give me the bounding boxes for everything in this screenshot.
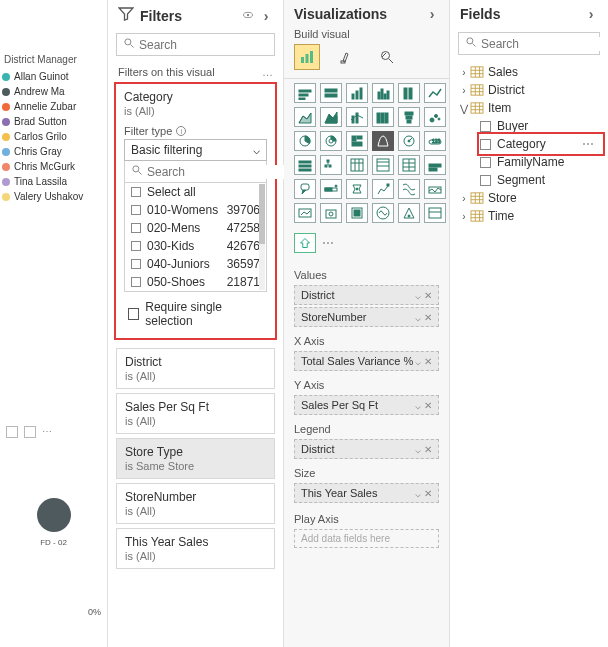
caret-right-icon[interactable]: › [458, 67, 470, 78]
well-item[interactable]: District⌵✕ [294, 285, 439, 305]
viz-type-28[interactable] [398, 179, 420, 199]
viz-type-32[interactable] [346, 203, 368, 223]
filter-value-row[interactable]: 010-Womens39706 [125, 201, 266, 219]
analytics-tab[interactable] [374, 44, 400, 70]
require-single-checkbox[interactable] [128, 308, 139, 320]
filter-icon[interactable] [6, 426, 18, 438]
viz-type-22[interactable] [398, 155, 420, 175]
viz-type-8[interactable] [346, 107, 368, 127]
viz-type-24[interactable] [294, 179, 316, 199]
field-row[interactable]: Category⋯ [480, 135, 602, 153]
caret-right-icon[interactable]: › [458, 85, 470, 96]
filter-values-search-input[interactable] [147, 165, 297, 179]
value-checkbox[interactable] [131, 223, 141, 233]
viz-type-20[interactable] [346, 155, 368, 175]
filter-value-row[interactable]: 040-Juniors36597 [125, 255, 266, 273]
viz-type-25[interactable] [320, 179, 342, 199]
filter-values-list[interactable]: Select all010-Womens39706020-Mens4725803… [124, 183, 267, 292]
remove-icon[interactable]: ✕ [424, 444, 432, 455]
table-row[interactable]: ›Sales [456, 63, 602, 81]
field-checkbox[interactable] [480, 121, 491, 132]
viz-type-34[interactable] [398, 203, 420, 223]
table-row[interactable]: ⋁Item [456, 99, 602, 117]
well-item[interactable]: Total Sales Variance %⌵✕ [294, 351, 439, 371]
chevron-down-icon[interactable]: ⌵ [415, 290, 421, 301]
filters-search-input[interactable] [139, 38, 289, 52]
legend-item[interactable]: Allan Guinot [2, 69, 105, 84]
viz-type-26[interactable] [346, 179, 368, 199]
legend-item[interactable]: Brad Sutton [2, 114, 105, 129]
chevron-down-icon[interactable]: ⌵ [415, 400, 421, 411]
collapse-icon[interactable]: › [425, 6, 439, 22]
well-item[interactable]: StoreNumber⌵✕ [294, 307, 439, 327]
viz-type-7[interactable] [320, 107, 342, 127]
filter-value-row[interactable]: 050-Shoes21871 [125, 273, 266, 291]
viz-type-0[interactable] [294, 83, 316, 103]
chevron-down-icon[interactable]: ⌵ [415, 444, 421, 455]
table-row[interactable]: ›Time [456, 207, 602, 225]
viz-type-5[interactable] [424, 83, 446, 103]
legend-item[interactable]: Chris Gray [2, 144, 105, 159]
viz-type-14[interactable] [346, 131, 368, 151]
viz-type-18[interactable] [294, 155, 316, 175]
viz-type-33[interactable] [372, 203, 394, 223]
viz-type-13[interactable] [320, 131, 342, 151]
filters-search[interactable] [116, 33, 275, 56]
remove-icon[interactable]: ✕ [424, 488, 432, 499]
viz-type-29[interactable] [424, 179, 446, 199]
table-row[interactable]: ›District [456, 81, 602, 99]
viz-type-17[interactable]: 123 [424, 131, 446, 151]
chevron-down-icon[interactable]: ⌵ [415, 312, 421, 323]
well-item[interactable]: This Year Sales⌵✕ [294, 483, 439, 503]
scatter-bubble[interactable] [37, 498, 71, 532]
viz-type-21[interactable] [372, 155, 394, 175]
field-checkbox[interactable] [480, 139, 491, 150]
build-visual-tab[interactable] [294, 44, 320, 70]
viz-type-10[interactable] [398, 107, 420, 127]
visual-header-icons[interactable]: ⋯ [6, 426, 101, 438]
viz-type-11[interactable] [424, 107, 446, 127]
legend-item[interactable]: Valery Ushakov [2, 189, 105, 204]
fields-search-input[interactable] [481, 37, 608, 51]
filter-value-row[interactable]: 030-Kids42676 [125, 237, 266, 255]
viz-type-4[interactable] [398, 83, 420, 103]
caret-right-icon[interactable]: › [458, 193, 470, 204]
get-more-visuals[interactable] [294, 233, 316, 253]
eye-icon[interactable] [241, 8, 255, 24]
remove-icon[interactable]: ✕ [424, 290, 432, 301]
viz-type-30[interactable] [294, 203, 316, 223]
viz-type-19[interactable] [320, 155, 342, 175]
remove-icon[interactable]: ✕ [424, 356, 432, 367]
value-checkbox[interactable] [131, 187, 141, 197]
legend-item[interactable]: Annelie Zubar [2, 99, 105, 114]
viz-type-31[interactable] [320, 203, 342, 223]
field-checkbox[interactable] [480, 157, 491, 168]
filter-value-row[interactable]: 020-Mens47258 [125, 219, 266, 237]
caret-right-icon[interactable]: › [458, 211, 470, 222]
section-more-icon[interactable]: … [262, 66, 273, 78]
well-item[interactable]: Sales Per Sq Ft⌵✕ [294, 395, 439, 415]
legend-item[interactable]: Tina Lassila [2, 174, 105, 189]
viz-type-12[interactable] [294, 131, 316, 151]
field-row[interactable]: FamilyName [480, 153, 602, 171]
legend-item[interactable]: Chris McGurk [2, 159, 105, 174]
category-filter-card[interactable]: Category is (All) Filter type i Basic fi… [118, 86, 273, 336]
viz-type-9[interactable] [372, 107, 394, 127]
field-row[interactable]: Segment [480, 171, 602, 189]
viz-type-6[interactable] [294, 107, 316, 127]
viz-type-16[interactable] [398, 131, 420, 151]
filter-values-search[interactable] [124, 161, 267, 183]
viz-type-3[interactable] [372, 83, 394, 103]
viz-type-27[interactable] [372, 179, 394, 199]
more-icon[interactable]: ⋯ [42, 426, 52, 438]
focus-icon[interactable] [24, 426, 36, 438]
viz-type-15[interactable] [372, 131, 394, 151]
viz-type-35[interactable] [424, 203, 446, 223]
legend-item[interactable]: Carlos Grilo [2, 129, 105, 144]
caret-down-icon[interactable]: ⋁ [458, 103, 470, 114]
field-checkbox[interactable] [480, 175, 491, 186]
value-checkbox[interactable] [131, 277, 141, 287]
collapse-icon[interactable]: › [259, 8, 273, 24]
remove-icon[interactable]: ✕ [424, 312, 432, 323]
well-item[interactable]: District⌵✕ [294, 439, 439, 459]
